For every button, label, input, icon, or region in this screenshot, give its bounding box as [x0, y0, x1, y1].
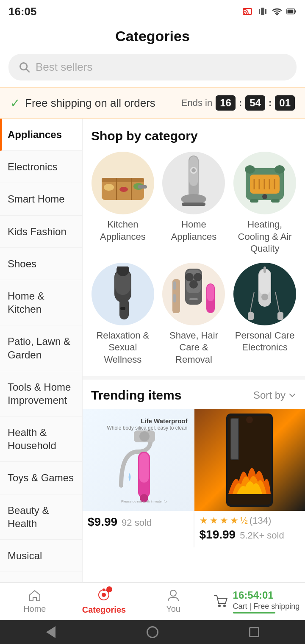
svg-point-33	[262, 194, 267, 199]
svg-point-75	[170, 590, 176, 596]
sidebar-item-shoes[interactable]: Shoes	[0, 248, 82, 280]
svg-point-4	[276, 14, 278, 16]
product-price-1: $9.99	[88, 515, 117, 529]
shop-section-title: Shop by category	[91, 129, 297, 143]
nav-home[interactable]: Home	[0, 583, 69, 620]
sidebar-item-appliances[interactable]: Appliances	[0, 119, 82, 151]
search-input[interactable]: Best sellers	[8, 54, 297, 80]
svg-rect-48	[207, 284, 214, 301]
svg-rect-35	[271, 199, 280, 203]
svg-rect-2	[259, 9, 260, 14]
svg-rect-3	[265, 9, 266, 14]
recents-icon	[249, 627, 259, 637]
svg-rect-46	[189, 298, 198, 300]
sidebar-item-health[interactable]: Health & Household	[0, 416, 82, 462]
trending-header: Trending items Sort by	[83, 376, 305, 409]
category-grid: Kitchen Appliances	[91, 152, 297, 366]
svg-line-55	[250, 292, 254, 313]
home-appliances-icon	[172, 153, 215, 213]
svg-rect-50	[173, 281, 176, 290]
svg-point-71	[246, 416, 253, 423]
svg-point-59	[261, 294, 268, 300]
kitchen-appliances-icon	[97, 162, 148, 204]
sidebar-item-electronics[interactable]: Electronics	[0, 151, 82, 183]
sidebar-item-home-kitchen[interactable]: Home & Kitchen	[0, 280, 82, 325]
product-card-1[interactable]: Life Waterproof Whole body silica gel, e…	[83, 409, 194, 547]
svg-rect-57	[248, 312, 254, 320]
nav-you-label: You	[166, 604, 180, 614]
trending-title: Trending items	[91, 388, 181, 402]
product-card-2[interactable]: ★ ★ ★ ★ ½ (134) $19.99 5.2K+ sold	[194, 409, 305, 547]
category-label-shave: Shave, Hair Care & Removal	[162, 330, 226, 366]
svg-point-61	[139, 431, 150, 441]
svg-point-26	[274, 165, 285, 174]
category-relaxation[interactable]: Relaxation & Sexual Wellness	[91, 263, 155, 366]
cart-icon	[214, 594, 229, 609]
nav-cart[interactable]: 16:54:01 Cart | Free shipping	[208, 583, 305, 620]
svg-rect-53	[259, 269, 270, 295]
category-personal-care[interactable]: Personal Care Electronics	[233, 263, 297, 366]
personal-care-icon	[246, 266, 284, 322]
svg-rect-70	[231, 419, 238, 459]
category-home-appliances[interactable]: Home Appliances	[162, 152, 226, 255]
page-title: Categories	[0, 21, 305, 50]
product-badge-1: Life Waterproof Whole body silica gel, e…	[107, 417, 187, 432]
category-label-kitchen: Kitchen Appliances	[91, 219, 155, 243]
check-icon: ✓	[10, 96, 20, 110]
sidebar-item-musical[interactable]: Musical	[0, 540, 82, 572]
chevron-down-icon	[288, 391, 297, 400]
android-back-button[interactable]	[40, 626, 61, 638]
main-layout: Appliances Electronics Smart Home Kids F…	[0, 119, 305, 585]
svg-point-15	[119, 187, 128, 192]
category-label-relaxation: Relaxation & Sexual Wellness	[91, 330, 155, 366]
nav-you[interactable]: You	[139, 583, 208, 620]
sidebar-item-kids-fashion[interactable]: Kids Fashion	[0, 216, 82, 248]
svg-point-44	[194, 273, 202, 281]
nav-categories[interactable]: Categories	[69, 583, 139, 620]
product-price-2: $19.99	[200, 528, 236, 541]
search-icon	[19, 61, 30, 73]
product-image-1: Life Waterproof Whole body silica gel, e…	[83, 409, 194, 511]
product-rating-2: ★ ★ ★ ★ ½ (134)	[200, 515, 300, 526]
svg-point-73	[102, 593, 106, 597]
countdown-hours: 16	[216, 95, 236, 111]
sidebar-item-beauty[interactable]: Beauty & Health	[0, 494, 82, 540]
svg-rect-34	[250, 199, 258, 203]
sort-by-button[interactable]: Sort by	[253, 389, 297, 401]
countdown-seconds: 01	[275, 95, 295, 111]
product-review-count-2: (134)	[250, 515, 271, 526]
category-heating-cooling[interactable]: Heating, Cooling & Air Quality	[233, 152, 297, 255]
notification-dot	[106, 586, 112, 592]
svg-point-74	[103, 588, 105, 591]
sidebar-item-tools[interactable]: Tools & Home Improvement	[0, 371, 82, 416]
svg-point-23	[191, 168, 196, 172]
sidebar-item-toys[interactable]: Toys & Games	[0, 462, 82, 494]
shave-icon	[168, 266, 219, 322]
svg-rect-6	[295, 10, 296, 12]
svg-point-76	[218, 605, 221, 607]
content-area: Shop by category	[83, 119, 305, 585]
person-icon	[166, 589, 180, 602]
status-time: 16:05	[8, 5, 37, 18]
category-shave[interactable]: Shave, Hair Care & Removal	[162, 263, 226, 366]
svg-point-25	[245, 165, 255, 174]
svg-rect-11	[102, 178, 144, 182]
product-grid: Life Waterproof Whole body silica gel, e…	[83, 409, 305, 547]
svg-rect-1	[261, 8, 264, 15]
svg-rect-54	[263, 266, 266, 273]
heating-cooling-icon	[237, 158, 292, 208]
category-kitchen-appliances[interactable]: Kitchen Appliances	[91, 152, 155, 255]
promo-banner: ✓ Free shipping on all orders Ends in 16…	[0, 87, 305, 119]
sidebar-item-smart-home[interactable]: Smart Home	[0, 183, 82, 215]
product-image-2	[194, 409, 305, 511]
svg-point-43	[185, 273, 194, 281]
sidebar: Appliances Electronics Smart Home Kids F…	[0, 119, 83, 585]
sidebar-item-patio[interactable]: Patio, Lawn & Garden	[0, 325, 82, 371]
svg-line-56	[275, 292, 280, 313]
android-home-button[interactable]	[142, 626, 163, 638]
svg-line-9	[26, 69, 30, 72]
android-recents-button[interactable]	[244, 626, 265, 638]
product-info-2: ★ ★ ★ ★ ½ (134) $19.99 5.2K+ sold	[194, 511, 305, 547]
product-sold-2: 5.2K+ sold	[240, 530, 284, 541]
status-bar: 16:05	[0, 0, 305, 21]
